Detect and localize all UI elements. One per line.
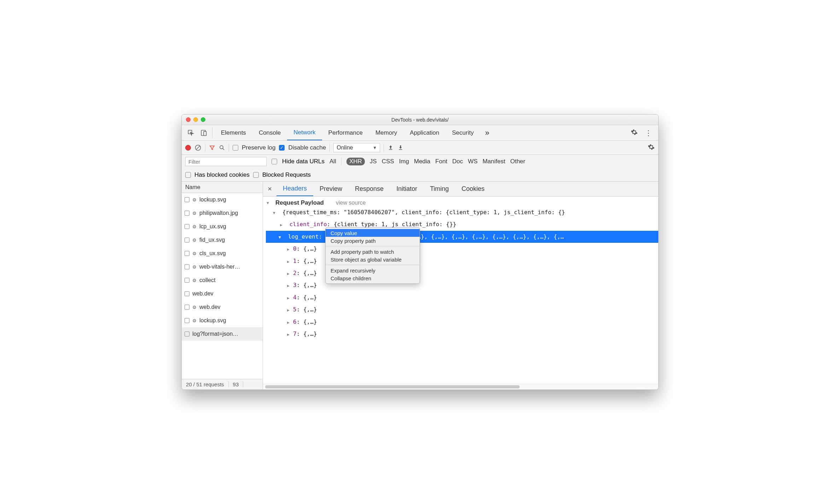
filter-input[interactable]	[185, 157, 267, 166]
tab-console[interactable]: Console	[252, 125, 287, 140]
tab-memory[interactable]: Memory	[369, 125, 403, 140]
filter-type-xhr[interactable]: XHR	[346, 158, 365, 165]
request-row[interactable]: ⚙web.dev	[182, 300, 263, 314]
menu-item[interactable]: Expand recursively	[326, 266, 420, 274]
tree-row[interactable]: ▶7: {,…}	[287, 328, 655, 340]
download-har-icon[interactable]	[397, 145, 404, 151]
preserve-log-checkbox[interactable]	[233, 145, 238, 151]
filter-type-font[interactable]: Font	[435, 158, 447, 165]
filter-type-img[interactable]: Img	[399, 158, 409, 165]
filter-type-other[interactable]: Other	[510, 158, 525, 165]
disclosure-right-icon: ▶	[287, 282, 291, 290]
tab-performance[interactable]: Performance	[322, 125, 369, 140]
view-source-link[interactable]: view source	[336, 200, 366, 206]
menu-separator	[326, 246, 420, 246]
gear-icon: ⚙	[192, 224, 197, 229]
request-row[interactable]: ⚙web-vitals-her…	[182, 260, 263, 274]
upload-har-icon[interactable]	[387, 145, 394, 151]
request-name: collect	[199, 277, 215, 283]
divider	[212, 127, 212, 138]
menu-item[interactable]: Copy property path	[326, 237, 420, 245]
request-row[interactable]: ⚙lockup.svg	[182, 314, 263, 327]
payload-panel: ▼ Request Payload view source ▼ {request…	[263, 197, 658, 384]
tab-network[interactable]: Network	[287, 125, 322, 140]
throttling-select[interactable]: Online ▼	[333, 143, 380, 152]
disclosure-right-icon: ▶	[287, 306, 291, 315]
request-row[interactable]: ⚙lcp_ux.svg	[182, 220, 263, 233]
filter-type-js[interactable]: JS	[370, 158, 377, 165]
request-name: web.dev	[199, 304, 221, 310]
detail-tabs: × HeadersPreviewResponseInitiatorTimingC…	[263, 182, 658, 197]
disclosure-right-icon: ▶	[287, 294, 291, 303]
network-toolbar: Preserve log ✓ Disable cache Online ▼	[182, 141, 658, 155]
file-icon	[185, 291, 189, 296]
tabs-overflow[interactable]: »	[480, 125, 494, 140]
close-detail-button[interactable]: ×	[263, 182, 276, 196]
divider	[329, 144, 330, 152]
record-button[interactable]	[185, 145, 191, 151]
filter-sub-row: Has blocked cookies Blocked Requests	[182, 168, 658, 182]
tree-row-selected[interactable]: ▼ log_event: [{,…}, {,…}, {,…}, {,…}, {,…	[266, 231, 658, 243]
detail-tab-response[interactable]: Response	[349, 182, 390, 196]
device-toolbar-icon[interactable]	[197, 125, 210, 140]
request-row[interactable]: ⚙lockup.svg	[182, 193, 263, 206]
file-icon	[185, 318, 189, 323]
inspect-element-icon[interactable]	[185, 125, 197, 140]
filter-row: Hide data URLs AllXHRJSCSSImgMediaFontDo…	[182, 155, 658, 168]
tree-row[interactable]: ▶6: {,…}	[287, 316, 655, 328]
detail-tab-headers[interactable]: Headers	[276, 182, 313, 196]
request-size: 93	[229, 381, 244, 387]
hide-data-urls-checkbox[interactable]	[272, 159, 277, 164]
request-row[interactable]: ⚙fid_ux.svg	[182, 233, 263, 247]
request-count: 20 / 51 requests	[182, 381, 229, 387]
filter-type-media[interactable]: Media	[414, 158, 430, 165]
divider	[229, 144, 229, 152]
menu-item[interactable]: Add property path to watch	[326, 248, 420, 256]
tree-row[interactable]: ▼ {request_time_ms: "1605078406207", cli…	[273, 206, 655, 218]
tree-row[interactable]: ▶5: {,…}	[287, 304, 655, 316]
scrollbar-thumb[interactable]	[265, 385, 520, 388]
horizontal-scrollbar[interactable]	[263, 384, 658, 389]
search-icon[interactable]	[219, 145, 225, 151]
filter-type-all[interactable]: All	[329, 158, 336, 165]
detail-tab-timing[interactable]: Timing	[424, 182, 455, 196]
request-name: web-vitals-her…	[199, 264, 240, 270]
request-row[interactable]: ⚙collect	[182, 274, 263, 287]
settings-icon[interactable]	[627, 129, 641, 137]
file-icon	[185, 332, 189, 336]
request-row[interactable]: ⚙cls_ux.svg	[182, 247, 263, 260]
tab-security[interactable]: Security	[446, 125, 480, 140]
detail-tab-cookies[interactable]: Cookies	[455, 182, 491, 196]
request-row[interactable]: log?format=json…	[182, 327, 263, 341]
filter-type-ws[interactable]: WS	[468, 158, 478, 165]
network-settings-icon[interactable]	[648, 143, 655, 152]
svg-line-6	[223, 148, 224, 150]
tab-application[interactable]: Application	[403, 125, 445, 140]
blocked-requests-checkbox[interactable]	[253, 172, 259, 178]
detail-tab-preview[interactable]: Preview	[313, 182, 349, 196]
filter-type-manifest[interactable]: Manifest	[483, 158, 505, 165]
filter-type-css[interactable]: CSS	[382, 158, 394, 165]
menu-item[interactable]: Collapse children	[326, 274, 420, 282]
request-name: web.dev	[192, 291, 214, 297]
has-blocked-cookies-checkbox[interactable]	[185, 172, 191, 178]
titlebar: DevTools - web.dev/vitals/	[182, 115, 658, 125]
menu-item[interactable]: Copy value	[326, 229, 420, 237]
disable-cache-checkbox[interactable]: ✓	[279, 145, 285, 151]
main-tabs: ElementsConsoleNetworkPerformanceMemoryA…	[182, 125, 658, 141]
request-name: philipwalton.jpg	[199, 210, 238, 216]
name-column-header[interactable]: Name	[182, 182, 263, 193]
filter-icon[interactable]	[209, 145, 215, 151]
menu-item[interactable]: Store object as global variable	[326, 256, 420, 263]
request-row[interactable]: web.dev	[182, 287, 263, 300]
disclosure-down-icon[interactable]: ▼	[266, 201, 270, 205]
filter-type-doc[interactable]: Doc	[452, 158, 463, 165]
tab-elements[interactable]: Elements	[215, 125, 252, 140]
context-menu: Copy valueCopy property pathAdd property…	[325, 227, 420, 284]
kebab-menu-icon[interactable]: ⋮	[641, 129, 655, 137]
tree-row[interactable]: ▶4: {,…}	[287, 292, 655, 304]
request-row[interactable]: ⚙philipwalton.jpg	[182, 206, 263, 220]
clear-icon[interactable]	[194, 144, 202, 151]
detail-tab-initiator[interactable]: Initiator	[390, 182, 424, 196]
request-name: log?format=json…	[192, 331, 238, 337]
